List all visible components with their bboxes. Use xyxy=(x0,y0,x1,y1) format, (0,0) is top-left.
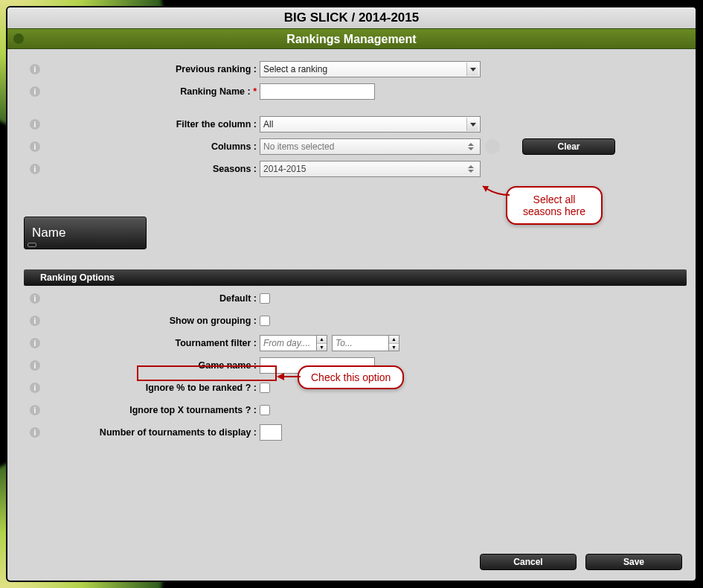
name-column-header[interactable]: Name xyxy=(24,217,147,249)
from-day-spinner[interactable]: ▲▼ xyxy=(260,335,327,351)
info-icon[interactable]: i xyxy=(30,141,40,152)
ignore-percent-checkbox[interactable] xyxy=(260,383,270,393)
svg-marker-5 xyxy=(468,170,474,173)
chevron-down-icon[interactable]: ▼ xyxy=(317,344,327,351)
cancel-button[interactable]: Cancel xyxy=(480,554,577,570)
chevron-down-icon xyxy=(466,63,478,76)
info-icon[interactable] xyxy=(13,33,24,44)
dialog-frame: BIG SLICK / 2014-2015 Rankings Managemen… xyxy=(6,6,697,582)
label-seasons: Seasons : xyxy=(40,164,260,174)
label-num-display: Number of tournaments to display : xyxy=(40,427,260,438)
svg-marker-1 xyxy=(470,123,476,127)
info-icon[interactable]: i xyxy=(30,316,40,326)
info-icon[interactable]: i xyxy=(30,64,40,74)
svg-marker-7 xyxy=(277,373,284,380)
svg-marker-3 xyxy=(468,147,474,150)
highlight-ignore-percent xyxy=(137,365,277,381)
page-subheader: Rankings Management xyxy=(7,28,696,49)
info-icon[interactable]: i xyxy=(30,427,40,438)
label-ignore-percent: Ignore % to be ranked ? : xyxy=(40,383,260,393)
content-area: i Previous ranking : Select a ranking i … xyxy=(7,49,696,581)
previous-ranking-select[interactable]: Select a ranking xyxy=(260,61,481,77)
sort-icon xyxy=(465,162,477,176)
info-icon[interactable]: i xyxy=(30,293,40,304)
info-icon[interactable]: i xyxy=(30,405,40,415)
info-icon[interactable]: i xyxy=(30,338,40,348)
dialog-footer: Cancel Save xyxy=(480,554,682,570)
chevron-down-icon xyxy=(466,118,478,131)
callout-ignore-percent: Check this option xyxy=(298,365,404,389)
label-previous-ranking: Previous ranking : xyxy=(40,64,260,74)
label-ranking-name: Ranking Name : * xyxy=(40,86,260,97)
label-ignore-topx: Ignore top X tournaments ? : xyxy=(40,405,260,415)
ranking-options-header: Ranking Options xyxy=(24,269,687,286)
sort-icon xyxy=(465,140,477,153)
label-filter-column: Filter the column : xyxy=(40,119,260,130)
label-show-grouping: Show on grouping : xyxy=(40,316,260,326)
info-icon[interactable]: i xyxy=(30,119,40,130)
columns-multiselect[interactable]: No items selected xyxy=(260,138,481,155)
save-button[interactable]: Save xyxy=(585,554,682,570)
info-icon[interactable]: i xyxy=(30,383,40,393)
columns-extra-button[interactable] xyxy=(485,139,500,154)
ignore-topx-checkbox[interactable] xyxy=(260,405,270,415)
chevron-down-icon[interactable]: ▼ xyxy=(389,344,399,351)
svg-marker-4 xyxy=(468,165,474,168)
seasons-multiselect[interactable]: 2014-2015 xyxy=(260,161,481,177)
info-icon[interactable]: i xyxy=(30,86,40,97)
label-tournament-filter: Tournament filter : xyxy=(40,338,260,348)
svg-marker-0 xyxy=(470,68,476,71)
clear-button[interactable]: Clear xyxy=(522,138,615,155)
window-title: BIG SLICK / 2014-2015 xyxy=(7,7,696,28)
label-default: Default : xyxy=(40,293,260,304)
chevron-up-icon[interactable]: ▲ xyxy=(389,336,399,344)
chevron-up-icon[interactable]: ▲ xyxy=(317,336,327,344)
default-checkbox[interactable] xyxy=(260,293,270,304)
required-asterisk: * xyxy=(253,86,257,97)
num-display-input[interactable] xyxy=(260,424,282,441)
to-day-spinner[interactable]: ▲▼ xyxy=(332,335,399,351)
page-subtitle: Rankings Management xyxy=(286,33,416,45)
ranking-name-input[interactable] xyxy=(260,83,375,100)
show-grouping-checkbox[interactable] xyxy=(260,316,270,326)
info-icon[interactable]: i xyxy=(30,360,40,371)
svg-marker-2 xyxy=(468,143,474,146)
label-columns: Columns : xyxy=(40,141,260,152)
filter-column-select[interactable]: All xyxy=(260,116,481,132)
info-icon[interactable]: i xyxy=(30,164,40,174)
callout-seasons: Select all seasons here xyxy=(506,186,603,225)
